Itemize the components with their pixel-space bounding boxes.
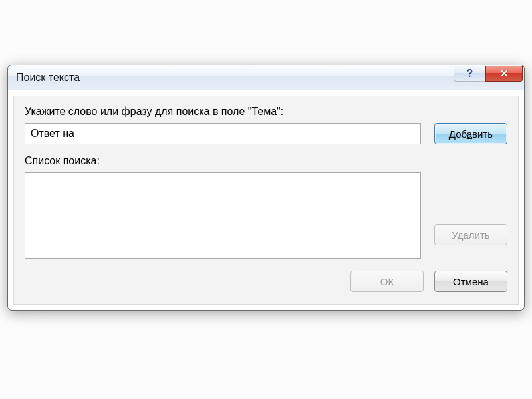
close-button[interactable]: ✕ [485, 66, 523, 82]
inner-panel: Укажите слово или фразу для поиска в пол… [13, 96, 519, 305]
list-actions: Удалить [434, 172, 507, 259]
search-list-label: Список поиска: [25, 155, 507, 167]
titlebar[interactable]: Поиск текста ? ✕ [8, 65, 524, 90]
dialog-body: Укажите слово или фразу для поиска в пол… [8, 90, 524, 310]
help-button[interactable]: ? [454, 66, 485, 82]
search-listbox[interactable] [25, 172, 421, 259]
search-input[interactable] [25, 123, 421, 144]
search-prompt-label: Укажите слово или фразу для поиска в пол… [25, 106, 507, 118]
cancel-button[interactable]: Отмена [434, 271, 507, 292]
search-input-row: Добавить [25, 123, 507, 144]
footer-actions: ОК Отмена [25, 271, 507, 292]
list-row: Удалить [25, 172, 507, 259]
titlebar-buttons: ? ✕ [454, 66, 523, 82]
remove-button[interactable]: Удалить [434, 224, 507, 245]
close-icon: ✕ [500, 68, 509, 80]
help-icon: ? [467, 68, 473, 80]
add-button[interactable]: Добавить [434, 123, 507, 144]
dialog-title: Поиск текста [16, 72, 80, 84]
dialog-search-text: Поиск текста ? ✕ Укажите слово или фразу… [7, 65, 525, 311]
ok-button[interactable]: ОК [350, 271, 424, 292]
